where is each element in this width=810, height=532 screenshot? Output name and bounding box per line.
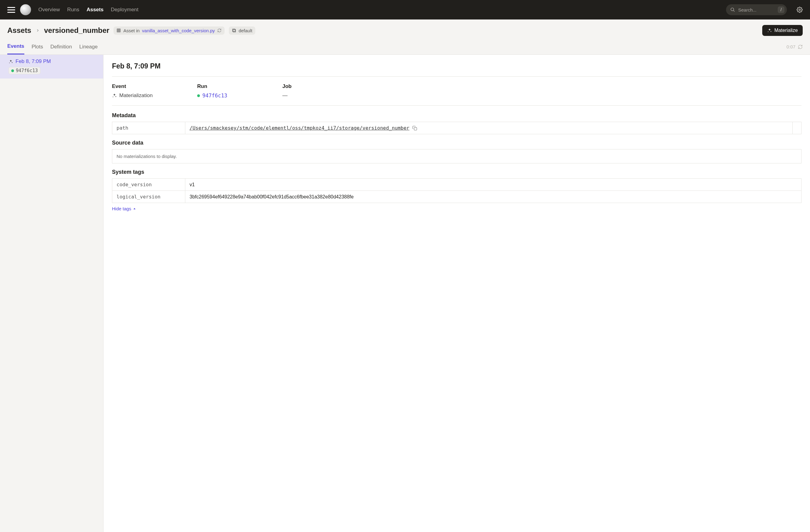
systag-key: code_version	[112, 179, 185, 191]
app-logo[interactable]	[20, 4, 31, 15]
nav-overview[interactable]: Overview	[38, 7, 60, 13]
tab-bar: Events Plots Definition Lineage 0:07	[0, 36, 810, 55]
event-detail-panel: Feb 8, 7:09 PM Event Materialization Run…	[103, 55, 810, 532]
svg-line-1	[733, 10, 734, 12]
metadata-heading: Metadata	[112, 112, 801, 119]
run-pill[interactable]: 947f6c13	[9, 67, 40, 74]
table-row: logical_version 3bfc269594ef649228e9a74b…	[112, 191, 801, 203]
asset-in-label: Asset in	[123, 28, 139, 33]
asset-file-link[interactable]: vanilla_asset_with_code_version.py	[142, 28, 215, 33]
refresh-timer: 0:07	[787, 44, 803, 53]
event-heading: Event	[112, 83, 179, 90]
table-row: code_version v1	[112, 179, 801, 191]
svg-point-2	[799, 9, 800, 11]
search-key-hint: /	[778, 6, 784, 13]
caret-up-icon	[133, 207, 136, 210]
svg-marker-11	[133, 208, 136, 209]
breadcrumb-leaf: versioned_number	[44, 26, 110, 35]
sparkle-icon	[112, 93, 117, 98]
metadata-path-link[interactable]: /Users/smackesey/stm/code/elementl/oss/t…	[190, 125, 409, 131]
systag-value: 3bfc269594ef649228e9a74bab00f042efc91d5a…	[185, 191, 801, 203]
event-time: Feb 8, 7:09 PM	[16, 59, 51, 65]
source-data-heading: Source data	[112, 140, 801, 146]
repo-chip[interactable]: default	[229, 27, 255, 35]
nav-assets[interactable]: Assets	[87, 7, 104, 13]
materialize-button-label: Materialize	[774, 28, 798, 33]
run-id-short: 947f6c13	[16, 68, 38, 73]
search-input[interactable]: Search... /	[726, 4, 787, 15]
events-sidebar: Feb 8, 7:09 PM 947f6c13	[0, 55, 103, 532]
breadcrumb-bar: Assets versioned_number Asset in vanilla…	[0, 19, 810, 36]
nav-runs[interactable]: Runs	[67, 7, 79, 13]
metadata-table: path /Users/smackesey/stm/code/elementl/…	[112, 122, 801, 134]
timer-value: 0:07	[787, 44, 795, 49]
divider	[112, 76, 801, 77]
sparkle-icon	[9, 59, 13, 64]
refresh-icon[interactable]	[798, 45, 803, 49]
repo-chip-label: default	[239, 28, 252, 33]
copy-icon[interactable]	[412, 126, 417, 131]
tab-lineage[interactable]: Lineage	[79, 44, 98, 54]
reload-icon[interactable]	[217, 28, 222, 33]
job-heading: Job	[282, 83, 319, 90]
svg-point-0	[731, 8, 734, 11]
breadcrumb-root[interactable]: Assets	[7, 26, 31, 35]
source-data-empty: No materializations to display.	[112, 149, 801, 163]
system-tags-table: code_version v1 logical_version 3bfc2695…	[112, 178, 801, 203]
chevron-right-icon	[36, 28, 40, 33]
run-heading: Run	[197, 83, 264, 90]
search-placeholder: Search...	[738, 7, 775, 13]
status-dot-icon	[197, 94, 200, 97]
system-tags-heading: System tags	[112, 169, 801, 175]
event-list-item[interactable]: Feb 8, 7:09 PM 947f6c13	[0, 55, 103, 79]
tab-plots[interactable]: Plots	[32, 44, 43, 54]
table-row: path /Users/smackesey/stm/code/elementl/…	[112, 122, 801, 134]
systag-key: logical_version	[112, 191, 185, 203]
top-nav: Overview Runs Assets Deployment Search..…	[0, 0, 810, 19]
nav-deployment[interactable]: Deployment	[111, 7, 139, 13]
materialize-button[interactable]: Materialize	[762, 25, 803, 36]
main-content: Feb 8, 7:09 PM 947f6c13 Feb 8, 7:09 PM E…	[0, 55, 810, 532]
tab-events[interactable]: Events	[7, 43, 25, 54]
systag-value: v1	[185, 179, 801, 191]
repo-icon	[232, 28, 236, 33]
metadata-key: path	[112, 122, 185, 134]
divider	[112, 105, 801, 106]
hide-tags-label: Hide tags	[112, 206, 131, 211]
job-value: —	[282, 93, 319, 99]
svg-rect-10	[414, 128, 417, 130]
menu-icon[interactable]	[7, 6, 15, 14]
asset-location-chip: Asset in vanilla_asset_with_code_version…	[113, 27, 225, 35]
svg-rect-3	[117, 29, 120, 32]
event-type: Materialization	[119, 93, 153, 99]
summary-row: Event Materialization Run 947f6c13 Job —	[112, 83, 801, 99]
nav-links: Overview Runs Assets Deployment	[38, 7, 139, 13]
sparkle-icon	[767, 28, 772, 33]
status-dot-icon	[11, 69, 14, 72]
grid-icon	[116, 28, 121, 33]
search-icon	[730, 7, 735, 12]
gear-icon[interactable]	[797, 7, 803, 13]
hide-tags-toggle[interactable]: Hide tags	[112, 206, 136, 211]
tab-definition[interactable]: Definition	[50, 44, 72, 54]
detail-title: Feb 8, 7:09 PM	[112, 62, 801, 70]
run-id-link[interactable]: 947f6c13	[202, 93, 227, 99]
